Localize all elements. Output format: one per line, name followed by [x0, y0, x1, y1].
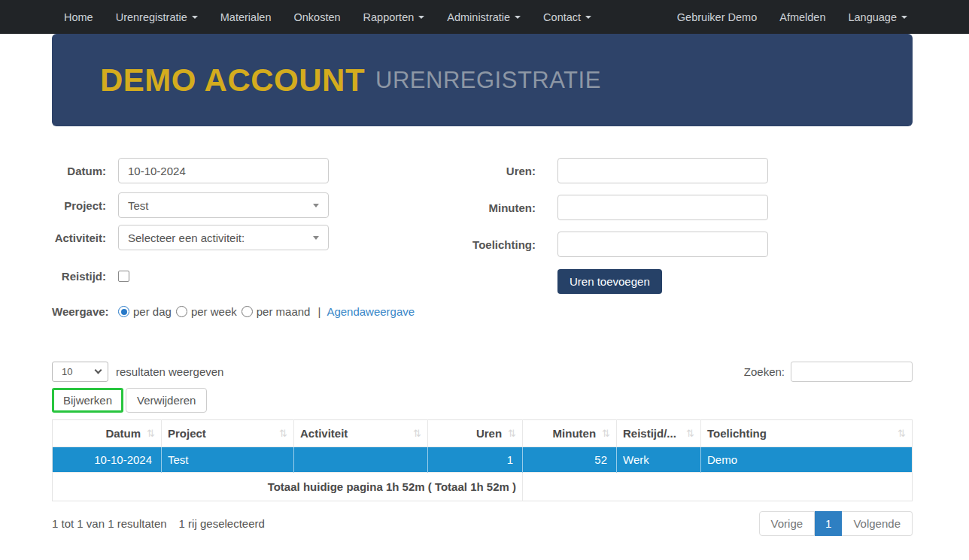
pagination-page-1-button[interactable]: 1	[815, 511, 842, 536]
minuten-label: Minuten:	[455, 201, 536, 214]
cell-minuten: 52	[523, 447, 617, 473]
datum-label: Datum:	[52, 165, 106, 177]
action-buttons: Bijwerken Verwijderen	[52, 388, 913, 413]
table-summary: 1 tot 1 van 1 resultaten 1 rij geselecte…	[52, 511, 913, 536]
column-header-project[interactable]: Project⇅	[162, 420, 294, 447]
nav-label: Urenregistratie	[116, 11, 187, 23]
table-header-row: Datum⇅ Project⇅ Activiteit⇅ Uren⇅ Minute…	[53, 420, 913, 447]
nav-item-language[interactable]: Language	[837, 0, 919, 34]
nav-right: Gebruiker Demo Afmelden Language	[666, 0, 919, 34]
table-total: Totaal huidige pagina 1h 52m ( Totaal 1h…	[53, 473, 523, 501]
nav-item-administratie[interactable]: Administratie	[436, 0, 532, 34]
nav-left: Home Urenregistratie Materialen Onkosten…	[53, 0, 603, 34]
table-controls: 10 resultaten weergeven Zoeken:	[52, 362, 913, 382]
nav-item-gebruiker[interactable]: Gebruiker Demo	[666, 0, 768, 34]
caret-down-icon	[515, 16, 521, 19]
radio-per-dag-label: per dag	[133, 305, 172, 318]
dropdown-arrow-icon	[313, 204, 319, 207]
pagination-prev-button[interactable]: Vorige	[759, 511, 816, 536]
top-navbar: Home Urenregistratie Materialen Onkosten…	[0, 0, 969, 34]
project-label: Project:	[52, 199, 106, 212]
reistijd-label: Reistijd:	[52, 270, 106, 283]
nav-item-urenregistratie[interactable]: Urenregistratie	[105, 0, 209, 34]
nav-label: Materialen	[220, 11, 272, 23]
reistijd-row: Reistijd:	[52, 270, 455, 283]
radio-per-maand-label: per maand	[257, 305, 311, 318]
selected-rows-info: 1 rij geselecteerd	[179, 517, 265, 530]
radio-per-maand[interactable]	[241, 306, 253, 317]
caret-down-icon	[418, 16, 424, 19]
cell-project: Test	[162, 447, 294, 473]
cell-reistijd: Werk	[617, 447, 701, 473]
project-selected-value: Test	[128, 199, 149, 212]
page-length-select[interactable]: 10	[52, 362, 108, 382]
hours-table: Datum⇅ Project⇅ Activiteit⇅ Uren⇅ Minute…	[52, 419, 913, 501]
sort-icon: ⇅	[602, 428, 610, 439]
sort-icon: ⇅	[147, 428, 155, 439]
form-column-left: Datum: Project: Test Activiteit: Selecte…	[52, 158, 455, 327]
banner-subtitle: URENREGISTRATIE	[375, 67, 601, 94]
pagination-next-button[interactable]: Volgende	[842, 511, 913, 536]
bijwerken-button[interactable]: Bijwerken	[52, 388, 123, 413]
uren-input[interactable]	[557, 158, 768, 183]
radio-per-week-label: per week	[191, 305, 237, 318]
nav-item-home[interactable]: Home	[53, 0, 105, 34]
main-container: DEMO ACCOUNT URENREGISTRATIE Datum: Proj…	[52, 34, 913, 536]
caret-down-icon	[585, 16, 591, 19]
nav-item-materialen[interactable]: Materialen	[209, 0, 283, 34]
toelichting-input[interactable]	[557, 232, 768, 257]
column-header-reistijd[interactable]: Reistijd/...⇅	[617, 420, 701, 447]
search-input[interactable]	[791, 362, 913, 382]
activiteit-select[interactable]: Selecteer een activiteit:	[118, 225, 329, 250]
caret-down-icon	[192, 16, 198, 19]
caret-down-icon	[901, 16, 907, 19]
weergave-row: Weergave: per dag per week per maand | A…	[52, 305, 455, 318]
table-footer-row: Totaal huidige pagina 1h 52m ( Totaal 1h…	[53, 473, 913, 501]
uren-toevoegen-button[interactable]: Uren toevoegen	[557, 269, 662, 294]
activiteit-label: Activiteit:	[52, 232, 106, 244]
nav-label: Onkosten	[293, 11, 340, 23]
minuten-input[interactable]	[557, 195, 768, 220]
nav-item-contact[interactable]: Contact	[532, 0, 603, 34]
activiteit-selected-value: Selecteer een activiteit:	[128, 232, 245, 244]
project-select[interactable]: Test	[118, 192, 329, 218]
table-row-selected[interactable]: 10-10-2024 Test 1 52 Werk Demo	[53, 447, 913, 473]
sort-icon: ⇅	[508, 428, 516, 439]
banner: DEMO ACCOUNT URENREGISTRATIE	[52, 34, 913, 126]
column-header-uren[interactable]: Uren⇅	[428, 420, 523, 447]
hours-entry-form: Datum: Project: Test Activiteit: Selecte…	[52, 158, 913, 327]
sort-icon: ⇅	[686, 428, 694, 439]
activiteit-row: Activiteit: Selecteer een activiteit:	[52, 225, 455, 250]
radio-per-week[interactable]	[176, 306, 187, 317]
cell-datum: 10-10-2024	[53, 447, 162, 473]
nav-label: Rapporten	[363, 11, 415, 23]
datum-row: Datum:	[52, 158, 455, 183]
nav-item-afmelden[interactable]: Afmelden	[768, 0, 837, 34]
chevron-down-icon	[95, 367, 102, 374]
uren-label: Uren:	[455, 165, 536, 177]
sort-icon: ⇅	[413, 428, 421, 439]
nav-label: Language	[848, 11, 897, 23]
datum-input[interactable]	[118, 158, 329, 183]
column-header-minuten[interactable]: Minuten⇅	[523, 420, 617, 447]
column-header-activiteit[interactable]: Activiteit⇅	[294, 420, 428, 447]
nav-label: Contact	[543, 11, 581, 23]
nav-item-onkosten[interactable]: Onkosten	[282, 0, 351, 34]
radio-per-dag[interactable]	[118, 306, 129, 317]
form-column-right: Uren: Minuten: Toelichting: Uren toevoeg…	[455, 158, 913, 327]
reistijd-checkbox[interactable]	[118, 271, 129, 282]
nav-label: Administratie	[447, 11, 510, 23]
uren-row: Uren:	[455, 158, 913, 183]
cell-uren: 1	[428, 447, 523, 473]
sort-icon: ⇅	[898, 428, 906, 439]
pagination: Vorige 1 Volgende	[759, 511, 913, 536]
agendaweergave-link[interactable]: Agendaweergave	[327, 305, 415, 318]
cell-activiteit	[294, 447, 428, 473]
verwijderen-button[interactable]: Verwijderen	[126, 388, 207, 413]
results-text: resultaten weergeven	[116, 365, 223, 378]
column-header-datum[interactable]: Datum⇅	[53, 420, 162, 447]
column-header-toelichting[interactable]: Toelichting⇅	[701, 420, 913, 447]
results-info: 1 tot 1 van 1 resultaten	[52, 517, 167, 530]
nav-item-rapporten[interactable]: Rapporten	[352, 0, 436, 34]
project-row: Project: Test	[52, 192, 455, 218]
